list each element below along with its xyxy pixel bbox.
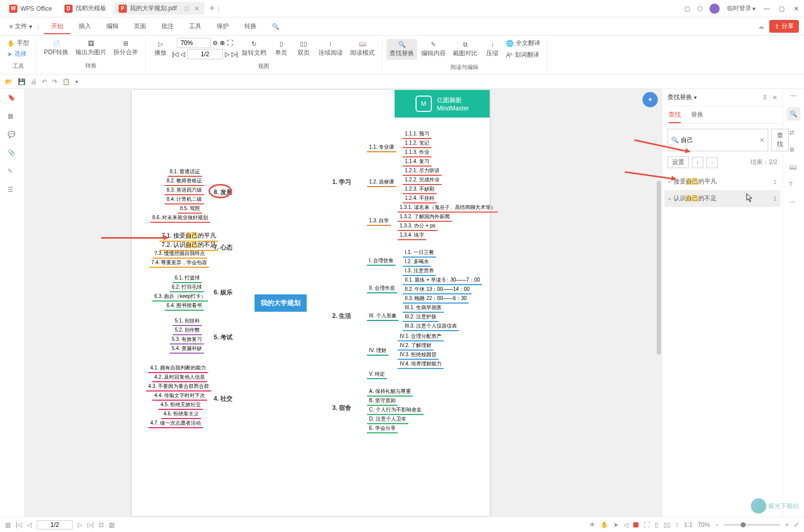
menu-edit[interactable]: 编辑 xyxy=(99,19,126,34)
last-page-icon[interactable]: ▷| xyxy=(232,51,238,58)
fit-width-icon[interactable]: ⛶ xyxy=(227,39,233,47)
close-tab-icon[interactable]: ✕ xyxy=(194,5,199,12)
sidebar-toggle-icon[interactable]: ▥ xyxy=(5,521,11,528)
zoom-in-icon[interactable]: ⊕ xyxy=(220,39,225,47)
more-strip-icon[interactable]: ⋯ xyxy=(789,198,798,207)
zoom-slider[interactable] xyxy=(724,524,780,526)
continuous-button[interactable]: ⫶连续阅读 xyxy=(315,38,346,59)
search-settings-button[interactable]: 设置 xyxy=(668,156,689,168)
tab-template[interactable]: D找稻壳模板 xyxy=(59,2,111,15)
find-tab[interactable]: 查找 xyxy=(669,110,681,123)
user-avatar[interactable] xyxy=(709,4,720,14)
window-layout-icon[interactable]: ▢ xyxy=(684,5,690,12)
view-mode-icon[interactable]: ⊡ xyxy=(99,521,104,528)
first-page-icon[interactable]: |◁ xyxy=(16,521,22,528)
zoom-select[interactable] xyxy=(177,38,211,48)
hand-icon[interactable]: ✋ xyxy=(601,521,608,528)
menu-protect[interactable]: 保护 xyxy=(210,19,236,34)
zoom-out-play-icon[interactable]: ◁ xyxy=(624,521,628,528)
vertical-scrollbar[interactable] xyxy=(657,181,661,355)
login-link[interactable]: 临时登录▾ xyxy=(727,4,755,13)
new-tab-button[interactable]: + xyxy=(210,3,215,14)
thumbnail-icon[interactable]: ▦ xyxy=(8,112,17,122)
minimize-button[interactable]: — xyxy=(763,4,771,13)
pointer-icon[interactable]: ➤ xyxy=(613,521,618,528)
view-mode2-icon[interactable]: ▥ xyxy=(109,521,114,528)
edit-content-button[interactable]: ✎编辑内容 xyxy=(418,39,449,60)
compress-button[interactable]: ↓压缩 xyxy=(481,39,503,60)
redo-icon[interactable]: ↷ xyxy=(52,78,57,85)
menu-start[interactable]: 开始 xyxy=(44,19,71,34)
attachment-icon[interactable]: 📎 xyxy=(8,149,17,158)
zoom-in-icon[interactable]: + xyxy=(785,521,789,528)
maximize-button[interactable]: ▢ xyxy=(778,4,786,13)
single-icon[interactable]: ▯ xyxy=(655,521,658,528)
collapse-strip-icon[interactable]: — xyxy=(791,92,797,99)
fullscreen-icon[interactable]: ⤢ xyxy=(794,521,799,528)
continuous-icon[interactable]: ⫶ xyxy=(676,521,679,528)
open-icon[interactable]: 📂 xyxy=(5,78,13,85)
document-canvas[interactable]: M 亿图脑图MindMaster 我的大学规划 1. 学习 2. 生活 3. 宿… xyxy=(25,89,662,517)
prev-page-icon[interactable]: ◁ xyxy=(180,51,185,58)
play-button[interactable]: ▷播放 xyxy=(150,38,171,59)
bookmark-icon[interactable]: 🔖 xyxy=(8,94,17,103)
comment-icon[interactable]: 💬 xyxy=(8,131,17,140)
record-icon[interactable] xyxy=(633,522,638,527)
page-input[interactable] xyxy=(187,49,223,59)
read-mode-button[interactable]: 📖阅读模式 xyxy=(347,38,378,59)
pin-icon[interactable]: ⊡ xyxy=(184,5,189,12)
full-translate-button[interactable]: 🌐全文翻译 xyxy=(504,38,542,49)
close-panel-icon[interactable]: ✕ xyxy=(772,94,777,101)
share-button[interactable]: ⇪分享 xyxy=(769,20,799,33)
clear-search-icon[interactable]: ✕ xyxy=(760,136,765,144)
file-menu[interactable]: ≡文件▾| xyxy=(5,20,43,33)
zoom-slider-thumb[interactable] xyxy=(741,522,746,527)
double-page-button[interactable]: ▯▯双页 xyxy=(293,38,314,59)
settings-icon[interactable]: ⚙ xyxy=(789,146,798,155)
sync-icon[interactable]: ⇄ xyxy=(789,129,798,138)
prev-result-button[interactable]: ‹ xyxy=(692,157,703,168)
cloud-sync-icon[interactable]: ☁ xyxy=(758,23,764,30)
pen-icon[interactable]: ✎ xyxy=(8,168,17,177)
menu-page[interactable]: 页面 xyxy=(127,19,153,34)
more-icon[interactable]: ▾ xyxy=(75,78,78,85)
undo-icon[interactable]: ↶ xyxy=(42,78,47,85)
next-page-icon[interactable]: ▷ xyxy=(225,51,229,58)
last-page-icon[interactable]: ▷| xyxy=(87,521,94,528)
compare-button[interactable]: ⧉截图对比 xyxy=(450,39,480,60)
layers-icon[interactable]: ☰ xyxy=(8,186,17,195)
menu-insert[interactable]: 插入 xyxy=(72,19,98,34)
pin-panel-icon[interactable]: ⊼ xyxy=(763,94,767,101)
zoom-out-icon[interactable]: ⊖ xyxy=(213,39,218,47)
floating-assistant-icon[interactable]: ✦ xyxy=(642,92,658,107)
tab-wps[interactable]: WWPS Office xyxy=(4,3,57,15)
single-page-button[interactable]: ▯单页 xyxy=(270,38,292,59)
search-go-button[interactable]: 查找 xyxy=(771,129,789,151)
cube-icon[interactable]: ⬡ xyxy=(697,5,702,12)
search-strip-icon[interactable]: 🔍 xyxy=(787,107,800,121)
next-result-button[interactable]: › xyxy=(706,157,718,168)
tab-document[interactable]: P我的大学规划.pdf⊡✕ xyxy=(113,2,204,15)
menu-convert[interactable]: 转换 xyxy=(237,19,264,34)
replace-tab[interactable]: 替换 xyxy=(691,110,703,123)
zoom-out-icon[interactable]: − xyxy=(715,521,719,528)
pdf-convert-button[interactable]: 📄PDF转换 xyxy=(41,38,72,59)
save-icon[interactable]: 💾 xyxy=(18,78,26,85)
page-input-status[interactable] xyxy=(37,520,73,529)
zoom-fit-icon[interactable]: 1:1 xyxy=(684,521,693,528)
prev-page-icon[interactable]: ◁ xyxy=(27,521,32,528)
next-page-icon[interactable]: ▷ xyxy=(78,521,82,528)
menu-annotate[interactable]: 批注 xyxy=(154,19,181,34)
first-page-icon[interactable]: |◁ xyxy=(172,51,178,58)
select-tool[interactable]: ➤选择 xyxy=(5,49,31,59)
book-icon[interactable]: 📖 xyxy=(789,164,798,173)
close-window-button[interactable]: ✕ xyxy=(793,4,800,13)
search-input[interactable] xyxy=(681,136,757,144)
menu-tools[interactable]: 工具 xyxy=(182,19,209,34)
export-image-button[interactable]: 🖼输出为图片 xyxy=(73,38,109,59)
double-icon[interactable]: ▯▯ xyxy=(663,521,671,528)
search-result-item[interactable]: ▫ 接受自己的平凡 1 xyxy=(664,173,780,190)
fit-icon[interactable]: ⛶ xyxy=(644,521,650,528)
split-merge-button[interactable]: ⊞拆分合并 xyxy=(110,38,141,59)
print-icon[interactable]: 🖨 xyxy=(31,78,37,85)
